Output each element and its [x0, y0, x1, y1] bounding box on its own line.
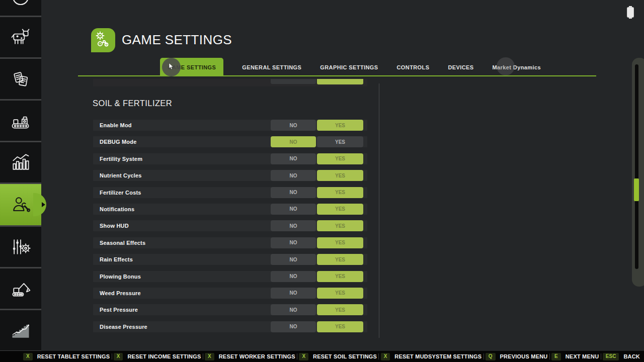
active-item-arrow-icon — [42, 202, 45, 207]
sidebar-item-map[interactable] — [0, 0, 41, 17]
page-icon — [91, 28, 115, 52]
cow-icon — [10, 26, 32, 48]
toggle-yes-button[interactable] — [317, 79, 363, 84]
toggle-no-button[interactable]: NO — [271, 204, 316, 215]
documents-icon — [10, 68, 32, 90]
keybind-reset-soil-settings[interactable]: XRESET SOIL SETTINGS — [299, 353, 377, 360]
setting-label: Notifications — [100, 206, 134, 212]
settings-list: Enable ModNOYESDEBUG ModeNOYESFertility … — [93, 120, 367, 338]
keybind-reset-worker-settings[interactable]: XRESET WORKER SETTINGS — [205, 353, 295, 360]
tab-general-settings[interactable]: GENERAL SETTINGS — [242, 64, 301, 70]
settings-row: Pest PressureNOYES — [93, 304, 367, 315]
key-badge: X — [23, 353, 33, 360]
column-divider — [379, 83, 379, 338]
keybind-label: RESET WORKER SETTINGS — [219, 353, 295, 359]
sidebar-item-player-settings[interactable] — [0, 184, 41, 227]
toggle-yes-button[interactable]: YES — [317, 237, 363, 248]
keybind-reset-income-settings[interactable]: XRESET INCOME SETTINGS — [114, 353, 201, 360]
sidebar-item-construction[interactable] — [0, 268, 41, 310]
key-badge: X — [299, 353, 308, 360]
keybind-separator — [549, 353, 550, 359]
toggle-no-button[interactable]: NO — [271, 254, 316, 265]
sliders-gear-icon — [10, 236, 32, 258]
scrollbar-track[interactable] — [635, 64, 638, 269]
settings-row: Nutrient CyclesNOYES — [93, 170, 367, 181]
toggle-no-button[interactable]: NO — [271, 153, 316, 164]
toggle-no-button[interactable]: NO — [271, 187, 316, 198]
keybind-label: RESET TABLET SETTINGS — [37, 353, 110, 359]
toggle-no-button[interactable]: NO — [271, 304, 316, 315]
key-badge: E — [551, 353, 561, 360]
keybind-label: PREVIOUS MENU — [500, 353, 548, 359]
toggle-no-button[interactable]: NO — [271, 321, 316, 332]
sidebar-item-production[interactable] — [0, 101, 41, 142]
settings-row: Plowing BonusNOYES — [93, 271, 367, 282]
setting-label: Rain Effects — [100, 256, 133, 262]
page-title: GAME SETTINGS — [122, 32, 232, 48]
toggle-yes-button[interactable]: YES — [317, 288, 363, 299]
sidebar — [0, 0, 41, 351]
toggle-no-button[interactable]: NO — [271, 136, 316, 147]
key-badge: Q — [486, 353, 496, 360]
keybind-separator — [112, 353, 112, 359]
sidebar-item-terrain[interactable] — [0, 310, 41, 352]
settings-row: Fertilizer CostsNOYES — [93, 187, 367, 198]
toggle-no-button[interactable]: NO — [271, 271, 316, 282]
toggle-yes-button[interactable]: YES — [317, 204, 363, 215]
sidebar-item-contracts[interactable] — [0, 59, 41, 101]
toggle-yes-button[interactable]: YES — [317, 304, 363, 315]
toggle-no-button[interactable]: NO — [271, 237, 316, 248]
setting-label: Pest Pressure — [100, 307, 138, 313]
excavator-icon — [10, 278, 32, 300]
keybind-reset-mudsystem-settings[interactable]: XRESET MUDSYSTEM SETTINGS — [381, 353, 482, 360]
toggle-yes-button[interactable]: YES — [317, 120, 363, 131]
setting-label: Seasonal Effects — [100, 240, 145, 246]
toggle-no-button[interactable]: NO — [271, 220, 316, 231]
tab-controls[interactable]: CONTROLS — [397, 64, 430, 70]
settings-row-partial — [93, 79, 367, 86]
sidebar-item-mod-settings[interactable] — [0, 227, 41, 268]
game-settings-screen: GAME SETTINGS GAME SETTINGSGENERAL SETTI… — [0, 0, 644, 362]
setting-label: Plowing Bonus — [100, 274, 141, 280]
setting-label: Weed Pressure — [100, 290, 141, 296]
key-badge: X — [205, 353, 214, 360]
keybind-separator — [601, 353, 601, 359]
keybind-separator — [484, 353, 484, 359]
keybind-label: RESET SOIL SETTINGS — [313, 353, 377, 359]
setting-label: Nutrient Cycles — [100, 172, 142, 178]
cursor-indicator — [162, 58, 181, 76]
toggle-yes-button[interactable]: YES — [317, 254, 363, 265]
toggle-yes-button[interactable]: YES — [317, 136, 363, 147]
keybind-back[interactable]: ESCBACK — [603, 353, 640, 360]
settings-row: Fertility SystemNOYES — [93, 153, 367, 164]
ghost-cursor-indicator — [497, 57, 515, 75]
keybind-previous-menu[interactable]: QPREVIOUS MENU — [486, 353, 548, 360]
toggle-no-button[interactable]: NO — [271, 120, 316, 131]
mouse-cursor-icon — [169, 63, 175, 72]
toggle-yes-button[interactable]: YES — [317, 153, 363, 164]
key-badge: X — [114, 353, 123, 360]
toggle-yes-button[interactable]: YES — [317, 187, 363, 198]
toggle-yes-button[interactable]: YES — [317, 321, 363, 332]
keybind-bar: XRESET TABLET SETTINGSXRESET INCOME SETT… — [0, 351, 644, 362]
sidebar-item-statistics[interactable] — [0, 142, 41, 184]
toggle-yes-button[interactable]: YES — [317, 170, 363, 181]
tab-devices[interactable]: DEVICES — [448, 64, 473, 70]
toggle-no-button[interactable]: NO — [271, 170, 316, 181]
keybind-reset-tablet-settings[interactable]: XRESET TABLET SETTINGS — [23, 353, 110, 360]
sidebar-item-animals[interactable] — [0, 17, 41, 59]
toggle-yes-button[interactable]: YES — [317, 220, 363, 231]
tab-graphic-settings[interactable]: GRAPHIC SETTINGS — [320, 64, 378, 70]
circle-arc-icon — [10, 0, 32, 9]
keybind-next-menu[interactable]: ENEXT MENU — [551, 353, 599, 360]
keybind-label: RESET INCOME SETTINGS — [127, 353, 201, 359]
keybind-separator — [203, 353, 203, 359]
keybind-label: RESET MUDSYSTEM SETTINGS — [394, 353, 481, 359]
toggle-no-button[interactable]: NO — [271, 288, 316, 299]
setting-label: Disease Pressure — [100, 324, 147, 330]
toggle-yes-button[interactable]: YES — [317, 271, 363, 282]
tab-bar: GAME SETTINGSGENERAL SETTINGSGRAPHIC SET… — [160, 58, 541, 76]
key-badge: X — [381, 353, 390, 360]
scrollbar-thumb[interactable] — [634, 178, 639, 201]
toggle-no-button[interactable] — [271, 79, 316, 84]
